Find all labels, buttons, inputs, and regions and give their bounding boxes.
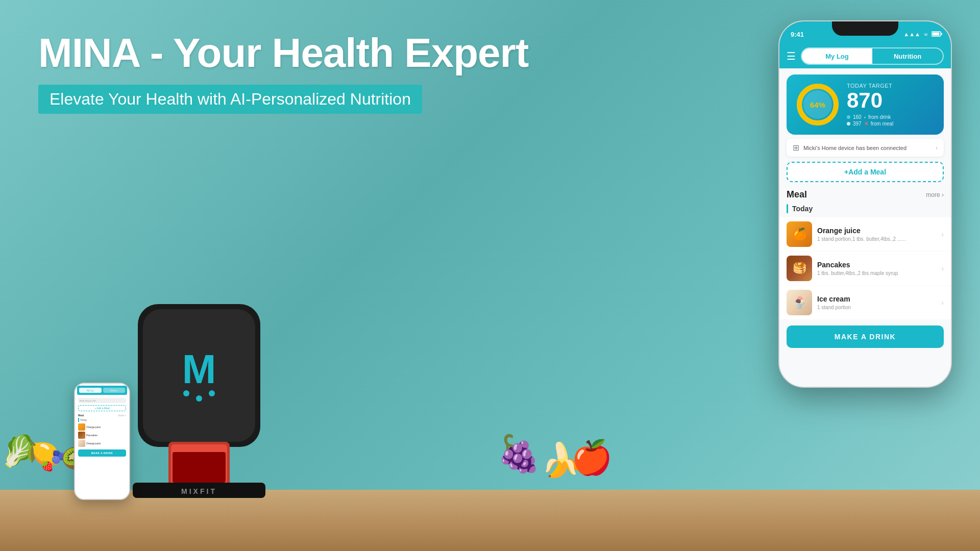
pancakes-arrow-icon: › [941,264,944,272]
meal-amount: 397 [853,121,862,127]
pancakes-desc: 1 tbs. butter,4tbs.,2 tbs maple syrup [817,270,936,276]
meal-item-pancakes[interactable]: 🥞 Pancakes 1 tbs. butter,4tbs.,2 tbs map… [779,252,951,285]
signal-icon: ▲▲▲ [903,31,920,37]
icecream-thumb-image: 🍨 [787,290,812,315]
pancakes-name: Pancakes [817,261,936,269]
main-title: MINA - Your Health Expert [38,31,528,76]
oj-arrow-icon: › [941,230,944,238]
oj-thumb-image: 🍊 [787,221,812,247]
ice-cream-thumbnail: 🍨 [787,290,812,315]
phone-notch [832,21,898,36]
target-info: TODAY TARGET 870 160 ▪ from drink 397 ✕ [847,83,936,127]
svg-point-4 [196,395,202,402]
battery-icon [932,31,943,38]
drink-detail-row: 160 ▪ from drink [847,114,936,120]
device-arrow-icon: › [936,144,938,152]
meal-item-ice-cream[interactable]: 🍨 Ice cream 1 stand portion › [779,286,951,319]
meal-section-title: Meal [787,189,807,200]
meal-detail-row: 397 ✕ from meal [847,121,936,127]
make-drink-button[interactable]: MAKE A DRINK [787,325,944,348]
mixfit-machine: M MIXFIT [117,284,281,500]
today-bar-indicator [787,204,788,213]
pancakes-thumb-image: 🥞 [787,256,812,281]
svg-rect-8 [173,452,226,483]
target-calories: 870 [847,90,936,111]
subtitle-box: Elevate Your Health with AI-Personalized… [38,85,422,114]
small-phone-mockup: My Log Nutrition What did you eat? + Add… [74,383,130,500]
berry-decoration: 🍓 [41,460,54,472]
phone-mockup: 9:41 ▲▲▲ [778,20,952,388]
drink-amount: 160 [853,114,862,120]
app-header: ☰ My Log Nutrition [779,44,951,68]
hamburger-icon[interactable]: ☰ [787,51,796,61]
svg-point-3 [183,390,189,396]
device-icon: ⊞ [793,143,799,153]
apple-decoration: 🍎 [571,438,612,477]
icecream-arrow-icon: › [941,298,944,307]
status-icons: ▲▲▲ [903,31,943,38]
grapes-decoration: 🍇 [497,433,541,474]
calorie-donut-chart: 64% [795,82,841,128]
svg-rect-13 [941,33,942,35]
status-time: 9:41 [791,31,804,38]
ice-cream-name: Ice cream [817,295,936,303]
tab-my-log[interactable]: My Log [802,48,872,64]
pancakes-info: Pancakes 1 tbs. butter,4tbs.,2 tbs maple… [817,261,936,276]
drink-dot [847,115,850,119]
orange-juice-desc: 1 stand portion,1 tbs. butter,4tbs.,2 ..… [817,236,936,242]
meal-item-orange-juice[interactable]: 🍊 Orange juice 1 stand portion,1 tbs. bu… [779,217,951,251]
phone-content: 64% TODAY TARGET 870 160 ▪ from drink [779,68,951,387]
svg-point-5 [209,390,215,396]
meal-label: from meal [871,121,893,127]
device-text: Micki's Home device has been connected [803,145,932,151]
tab-bar: My Log Nutrition [801,47,944,65]
meal-more-link[interactable]: more › [926,191,944,198]
tab-nutrition[interactable]: Nutrition [872,48,943,64]
orange-juice-info: Orange juice 1 stand portion,1 tbs. butt… [817,227,936,242]
svg-rect-12 [933,32,940,35]
meal-dot [847,122,850,126]
today-text: Today [792,205,813,213]
device-notification-bar[interactable]: ⊞ Micki's Home device has been connected… [787,139,944,157]
orange-juice-thumbnail: 🍊 [787,221,812,247]
drink-label: from drink [868,114,891,120]
x-icon: ✕ [864,121,868,127]
today-label: Today [779,204,951,217]
meal-section-header: Meal more › [779,189,951,204]
ice-cream-desc: 1 stand portion [817,305,936,310]
orange-juice-name: Orange juice [817,227,936,235]
phone-outer: 9:41 ▲▲▲ [778,20,952,388]
left-content: MINA - Your Health Expert Elevate Your H… [38,31,528,114]
ice-cream-info: Ice cream 1 stand portion [817,295,936,310]
svg-text:MIXFIT: MIXFIT [181,487,217,495]
target-card: 64% TODAY TARGET 870 160 ▪ from drink [787,74,944,135]
target-detail: 160 ▪ from drink 397 ✕ from meal [847,114,936,127]
wifi-icon [922,31,929,38]
svg-text:M: M [182,346,216,392]
subtitle-text: Elevate Your Health with AI-Personalized… [50,90,411,109]
donut-percentage: 64% [810,101,825,109]
add-meal-button[interactable]: +Add a Meal [787,162,944,182]
pancakes-thumbnail: 🥞 [787,256,812,281]
